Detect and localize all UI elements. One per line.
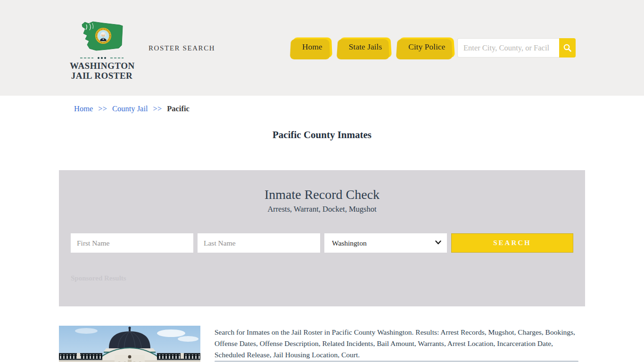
- nav-state-jails-button[interactable]: State Jails: [339, 36, 392, 58]
- george-washington-seal-icon: [95, 28, 111, 44]
- last-name-field[interactable]: [198, 233, 320, 253]
- logo-title-line1: WASHINGTON: [70, 61, 134, 71]
- site-header: WASHINGTON JAIL ROSTER ROSTER SEARCH Hom…: [0, 0, 644, 96]
- magnifier-icon: [563, 43, 572, 52]
- logo-title-line2: JAIL ROSTER: [70, 71, 134, 81]
- about-text: Search for Inmates on the Jail Roster in…: [215, 327, 578, 362]
- state-select[interactable]: Washington: [324, 233, 447, 253]
- inmate-search-form: Washington SEARCH: [71, 233, 573, 253]
- first-name-field[interactable]: [71, 233, 193, 253]
- facility-search: [457, 38, 576, 58]
- facility-search-input[interactable]: [457, 38, 559, 58]
- record-check-subheading: Arrests, Warrant, Docket, Mugshot: [59, 205, 585, 214]
- breadcrumb-county-jail-link[interactable]: County Jail: [112, 104, 148, 114]
- nav-city-police-button[interactable]: City Police: [398, 36, 455, 58]
- breadcrumb-separator: >>: [98, 104, 107, 114]
- record-check-heading: Inmate Record Check: [59, 170, 585, 202]
- page-title: Pacific County Inmates: [0, 129, 644, 141]
- nav-home-label: Home: [302, 42, 322, 52]
- logo-divider: [78, 56, 125, 60]
- site-section-label: ROSTER SEARCH: [149, 44, 215, 52]
- breadcrumb-home-link[interactable]: Home: [74, 104, 93, 114]
- courthouse-photo: [59, 326, 200, 362]
- state-select-wrap: Washington: [324, 233, 447, 253]
- nav-state-jails-label: State Jails: [349, 42, 382, 52]
- breadcrumb-separator: >>: [153, 104, 162, 114]
- washington-state-map-icon: [77, 19, 126, 54]
- nav-home-button[interactable]: Home: [292, 36, 332, 58]
- main-nav: Home State Jails City Police: [292, 36, 455, 58]
- about-section: Search for Inmates on the Jail Roster in…: [59, 326, 578, 362]
- site-logo[interactable]: WASHINGTON JAIL ROSTER: [70, 19, 134, 81]
- breadcrumb: Home >> County Jail >> Pacific: [74, 104, 190, 114]
- breadcrumb-current-page: Pacific: [167, 104, 190, 114]
- search-button[interactable]: SEARCH: [451, 233, 573, 253]
- inmate-record-check-panel: Inmate Record Check Arrests, Warrant, Do…: [59, 170, 585, 306]
- facility-search-button[interactable]: [559, 38, 576, 58]
- nav-city-police-label: City Police: [408, 42, 445, 52]
- sponsored-results-label: Sponsored Results: [71, 274, 126, 282]
